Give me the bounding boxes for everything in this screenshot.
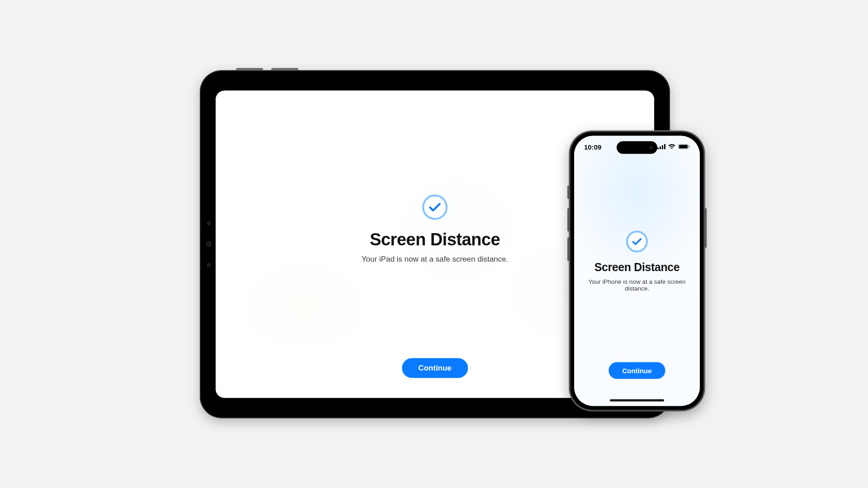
iphone-volume-up	[567, 208, 570, 232]
ipad-continue-button[interactable]: Continue	[402, 358, 468, 378]
status-icons	[657, 144, 690, 150]
iphone-volume-down	[567, 238, 570, 261]
iphone-screen: 10:09 Sc	[574, 136, 700, 406]
svg-rect-2	[662, 145, 663, 150]
iphone-title: Screen Distance	[594, 261, 680, 274]
ipad-camera-array	[206, 222, 212, 267]
battery-icon	[678, 144, 690, 150]
ipad-title: Screen Distance	[370, 230, 500, 249]
ipad-subtitle: Your iPad is now at a safe screen distan…	[362, 255, 508, 264]
dynamic-island	[617, 141, 657, 154]
svg-rect-0	[657, 148, 659, 150]
device-showcase: Screen Distance Your iPad is now at a sa…	[105, 59, 763, 429]
iphone-subtitle: Your iPhone is now at a safe screen dist…	[582, 278, 692, 292]
wifi-icon	[668, 144, 675, 150]
iphone-screen-distance-panel: Screen Distance Your iPhone is now at a …	[574, 136, 700, 406]
svg-rect-5	[679, 145, 688, 149]
svg-rect-1	[660, 146, 661, 150]
iphone-continue-button[interactable]: Continue	[609, 362, 665, 379]
checkmark-circle-icon	[422, 195, 448, 220]
home-indicator[interactable]	[610, 399, 664, 402]
cellular-signal-icon	[657, 144, 665, 150]
svg-rect-6	[689, 145, 690, 148]
svg-rect-3	[664, 144, 665, 150]
status-time: 10:09	[584, 143, 601, 150]
ipad-hardware-buttons	[236, 68, 298, 70]
iphone-device-frame: 10:09 Sc	[570, 131, 704, 411]
iphone-side-button	[704, 208, 707, 248]
iphone-mute-switch	[567, 186, 570, 199]
checkmark-circle-icon	[626, 231, 648, 253]
